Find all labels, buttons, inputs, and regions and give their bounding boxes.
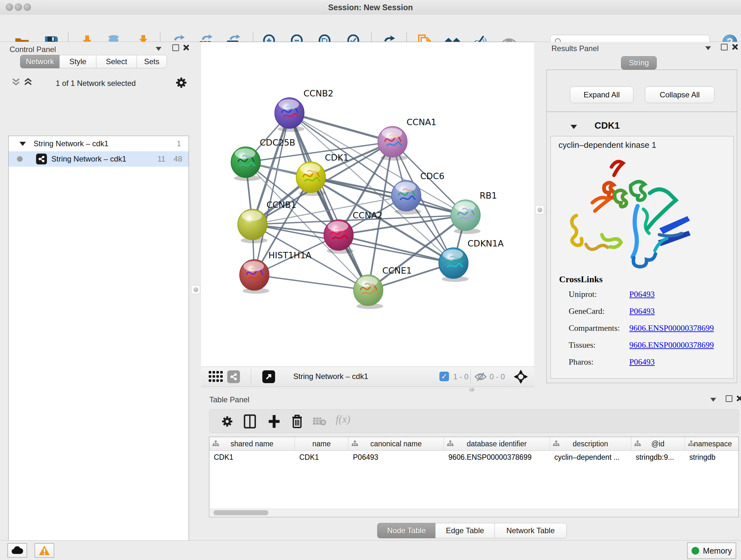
network-view-toolbar: String Network – cdk1 ✓ 1 - 0 0 - 0 — [201, 367, 534, 387]
table-horizontal-scrollbar[interactable] — [210, 509, 738, 516]
network-view-title: String Network – cdk1 — [293, 372, 368, 381]
crosslink-link[interactable]: P06493 — [629, 290, 655, 299]
node-HIST1H1A[interactable]: HIST1H1A — [240, 250, 312, 294]
tab-network[interactable]: Network — [20, 55, 60, 68]
table-cell[interactable]: stringdb:9... — [631, 451, 685, 464]
splitter-grip[interactable] — [469, 388, 474, 391]
grid-view-icon[interactable] — [209, 371, 223, 382]
panel-close-icon[interactable] — [183, 44, 189, 51]
node-label-CCNB1: CCNB1 — [266, 200, 296, 210]
detach-view-icon[interactable] — [262, 370, 275, 383]
scrollbar-thumb[interactable] — [213, 510, 268, 515]
node-label-CDC6: CDC6 — [420, 171, 445, 181]
add-column-icon[interactable] — [267, 415, 281, 428]
panel-menu-caret-icon[interactable] — [705, 46, 711, 50]
crosslink-row: GeneCard:P06493 — [569, 307, 728, 316]
collapse-all-tree-icon[interactable] — [11, 78, 20, 87]
node-CCNB2[interactable]: CCNB2 — [275, 88, 333, 132]
column-header-canonical-name[interactable]: canonical name — [348, 437, 444, 450]
tab-select[interactable]: Select — [96, 55, 137, 68]
cloud-button[interactable] — [7, 543, 27, 558]
node-label-CCNA2: CCNA2 — [353, 210, 383, 220]
splitter-grip[interactable] — [191, 285, 200, 294]
node-label-CCNB2: CCNB2 — [304, 88, 333, 98]
expand-all-button[interactable]: Expand All — [570, 86, 633, 103]
selected-checkbox-icon[interactable]: ✓ — [440, 372, 449, 381]
tab-edge-table[interactable]: Edge Table — [435, 523, 495, 538]
table-cell[interactable]: 9606.ENSP00000378699 — [444, 451, 550, 464]
panel-close-icon[interactable] — [731, 44, 738, 50]
node-CCNE1[interactable]: CCNE1 — [354, 266, 412, 309]
vertical-splitter-left[interactable] — [190, 42, 201, 540]
node-CDKN1A[interactable]: CDKN1A — [439, 239, 504, 282]
network-share-view-icon[interactable] — [227, 370, 240, 383]
table-header-row: shared namenamecanonical namedatabase id… — [209, 437, 738, 451]
column-header-shared-name[interactable]: shared name — [209, 437, 295, 450]
column-header-label: name — [313, 440, 331, 448]
crosslink-link[interactable]: P06493 — [629, 357, 655, 367]
panel-float-icon[interactable] — [172, 44, 179, 51]
table-cell[interactable]: CDK1 — [295, 451, 348, 464]
apply-function-button: f(x) — [336, 414, 350, 425]
splitter-grip[interactable] — [535, 205, 544, 214]
node-label-CDKN1A: CDKN1A — [468, 239, 504, 248]
table-cell[interactable]: cyclin–dependent ... — [550, 451, 631, 464]
collapse-all-button[interactable]: Collapse All — [645, 86, 715, 103]
select-columns-icon[interactable] — [244, 415, 256, 428]
network-edge-count: 48 — [174, 154, 182, 164]
string-results-box: Expand All Collapse All CDK1 cyclin–depe… — [546, 70, 737, 383]
panel-close-icon[interactable] — [736, 395, 741, 401]
table-settings-gear-icon[interactable] — [221, 415, 233, 428]
selected-node-edge-counts: 1 - 0 — [453, 372, 468, 381]
column-header-name[interactable]: name — [295, 437, 348, 450]
panel-float-icon[interactable] — [721, 44, 728, 51]
node-CCNA1[interactable]: CCNA1 — [378, 117, 436, 161]
tab-style[interactable]: Style — [59, 55, 96, 68]
network-options-gear-icon[interactable] — [175, 76, 188, 89]
node-RB1[interactable]: RB1 — [451, 191, 497, 234]
column-header-database-identifier[interactable]: database identifier — [444, 437, 550, 450]
column-type-icon — [688, 441, 694, 447]
column-header--id[interactable]: @id — [631, 437, 685, 450]
cdk1-collapse-caret-icon[interactable] — [570, 125, 577, 129]
network-selection-status: 1 of 1 Network selected — [38, 79, 153, 88]
memory-button[interactable]: Memory — [687, 543, 736, 559]
clear-table-icon — [313, 417, 327, 426]
string-network-graph: CCNB2CCNA1CDC25BCDK1CDC6RB1CCNB1CCNA2CDK… — [201, 42, 534, 367]
toolbar-divider — [251, 369, 251, 384]
network-row-selected[interactable]: String Network – cdk1 11 48 — [9, 151, 189, 167]
delete-column-trash-icon[interactable] — [291, 414, 303, 429]
cloud-icon — [11, 546, 23, 555]
warnings-button[interactable] — [35, 543, 54, 558]
protein-name-heading: CDK1 — [595, 120, 620, 131]
panel-menu-caret-icon[interactable] — [711, 398, 716, 401]
crosslink-link[interactable]: P06493 — [629, 307, 655, 316]
birds-eye-crosshair-icon[interactable] — [514, 370, 528, 384]
crosslink-label: Tissues: — [569, 340, 629, 350]
tab-sets[interactable]: Sets — [137, 55, 167, 68]
tab-string[interactable]: String — [621, 56, 657, 70]
edge-CCNB2-CCNE1[interactable] — [289, 113, 368, 290]
network-canvas[interactable]: CCNB2CCNA1CDC25BCDK1CDC6RB1CCNB1CCNA2CDK… — [201, 42, 534, 367]
edge-HIST1H1A-CCNE1[interactable] — [254, 275, 368, 290]
crosslink-link[interactable]: 9606.ENSP00000378699 — [629, 340, 714, 350]
column-header-label: namespace — [694, 440, 732, 448]
tree-expand-caret-icon[interactable] — [19, 142, 26, 146]
vertical-splitter-right[interactable] — [534, 42, 544, 393]
panel-float-icon[interactable] — [726, 395, 732, 402]
table-cell[interactable]: stringdb — [685, 451, 739, 464]
crosslink-link[interactable]: 9606.ENSP00000378699 — [629, 323, 714, 333]
control-panel: Control Panel Network Style Select Sets … — [0, 42, 190, 540]
node-CCNB1[interactable]: CCNB1 — [238, 200, 296, 243]
column-header-namespace[interactable]: namespace — [685, 437, 739, 450]
column-header-description[interactable]: description — [550, 437, 631, 450]
network-collection-row[interactable]: String Network – cdk1 1 — [9, 136, 189, 151]
table-cell[interactable]: CDK1 — [209, 451, 295, 464]
panel-menu-caret-icon[interactable] — [156, 47, 161, 51]
table-panel: Table Panel f(x) shared namenam — [201, 393, 741, 540]
table-row[interactable]: CDK1CDK1P064939606.ENSP00000378699cyclin… — [209, 451, 738, 464]
tab-network-table[interactable]: Network Table — [494, 523, 567, 538]
table-cell[interactable]: P06493 — [348, 451, 444, 464]
tab-node-table[interactable]: Node Table — [377, 523, 435, 538]
expand-all-tree-icon[interactable] — [23, 78, 32, 87]
